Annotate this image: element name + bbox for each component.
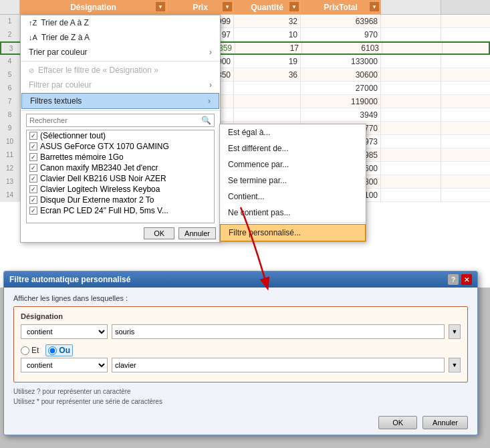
condition1-value-input[interactable] (112, 324, 445, 339)
submenu-filtre-perso-label: Filtre personnalisé... (229, 228, 301, 237)
col-e-filter-icon[interactable]: ▼ (223, 2, 232, 11)
radio-et-label[interactable]: Et (21, 346, 39, 355)
select-all-checkbox[interactable] (29, 132, 37, 140)
submenu-se-termine-par[interactable]: Se termine par... (220, 173, 366, 189)
filter-search-box[interactable]: 🔍 (26, 114, 215, 127)
row-num: 6 (0, 82, 20, 94)
col-e-header[interactable]: Prix ▼ (167, 0, 234, 14)
dialog-cancel-button[interactable]: Annuler (422, 416, 468, 429)
col-g-filter-icon[interactable]: ▼ (370, 2, 379, 11)
condition2-value-input[interactable] (112, 358, 445, 372)
submenu-contient[interactable]: Contient... (220, 189, 366, 205)
radio-ou-input[interactable] (48, 346, 57, 355)
col-f-filter-icon[interactable]: ▼ (289, 2, 299, 11)
text-filters-item[interactable]: Filtres textuels › (21, 93, 219, 109)
text-filters-arrow: › (208, 96, 211, 106)
submenu-contient-label: Contient... (228, 192, 265, 201)
row-num: 9 (0, 122, 20, 134)
submenu-filtre-perso[interactable]: Filtre personnalisé... (220, 224, 366, 241)
dialog-close-button[interactable]: ✕ (461, 274, 472, 285)
cell-h (381, 28, 441, 41)
filter-item-4[interactable]: Clavier Dell KB216 USB Noir AZER (27, 173, 214, 184)
cell-h (381, 15, 441, 27)
filter-item-5-checkbox[interactable] (29, 185, 37, 193)
cell-h (381, 95, 441, 108)
cell-g: 63968 (301, 15, 381, 27)
filter-item-5[interactable]: Clavier Logitech Wireless Keyboa (27, 184, 214, 195)
col-d-header[interactable]: Désignation ▼ (20, 0, 167, 14)
filter-item-3-checkbox[interactable] (29, 164, 37, 172)
sort-color-arrow: › (209, 47, 212, 57)
filter-item-7[interactable]: Ecran PC LED 24" Full HD, 5ms V... (27, 205, 214, 216)
condition1-value-dropdown[interactable]: ▼ (449, 324, 461, 339)
filter-item-7-checkbox[interactable] (29, 207, 37, 215)
filter-color-arrow: › (209, 80, 212, 90)
submenu-est-egal[interactable]: Est égal à... (220, 124, 366, 140)
filter-item-4-checkbox[interactable] (29, 175, 37, 183)
filter-item-4-label: Clavier Dell KB216 USB Noir AZER (40, 174, 166, 183)
filter-item-7-label: Ecran PC LED 24" Full HD, 5ms V... (40, 206, 168, 215)
sort-color-item[interactable]: Trier par couleur › (21, 45, 220, 60)
filter-item-2-checkbox[interactable] (29, 153, 37, 161)
sort-za-icon: ↓A (29, 33, 37, 41)
sort-az-label: Trier de A à Z (41, 18, 89, 27)
condition2-value-dropdown[interactable]: ▼ (449, 358, 461, 372)
condition2-operator-select[interactable]: contient (21, 358, 108, 372)
submenu-est-egal-label: Est égal à... (228, 128, 270, 137)
radio-et-input[interactable] (21, 346, 29, 355)
submenu-ne-contient-pas[interactable]: Ne contient pas... (220, 205, 366, 221)
filter-search-input[interactable] (27, 115, 199, 126)
row-num: 12 (0, 162, 20, 175)
col-h-header (381, 0, 441, 14)
cell-g: 119000 (301, 95, 381, 108)
dropdown-ok-button[interactable]: OK (144, 227, 174, 239)
filter-item-6[interactable]: Disque Dur Externe maxtor 2 To (27, 195, 214, 205)
radio-et-text: Et (31, 346, 39, 355)
row-num: 4 (0, 55, 20, 68)
condition1-operator-select[interactable]: contient (21, 324, 108, 339)
column-filter-dropdown[interactable]: ↑Z Trier de A à Z ↓A Trier de Z à A Trie… (20, 15, 221, 243)
row-num-header (0, 0, 20, 14)
cell-f: 10 (234, 28, 301, 41)
cell-f: 19 (234, 55, 301, 68)
row-num: 11 (0, 148, 20, 161)
dropdown-footer: OK Annuler (21, 225, 220, 242)
filter-item-6-checkbox[interactable] (29, 196, 37, 204)
row-num: 2 (0, 28, 20, 41)
dialog-help-button[interactable]: ? (448, 274, 459, 285)
filter-item-1[interactable]: ASUS GeForce GTX 1070 GAMING (27, 141, 214, 152)
row-num: 7 (0, 95, 20, 108)
col-g-label: PrixTotal (324, 3, 357, 12)
col-g-header[interactable]: PrixTotal ▼ (301, 0, 381, 14)
cell-g: 133000 (301, 55, 381, 68)
sort-az-item[interactable]: ↑Z Trier de A à Z (21, 15, 220, 30)
col-d-filter-icon[interactable]: ▼ (156, 2, 165, 11)
menu-sep-2 (21, 110, 220, 111)
dialog-hint1: Utilisez ? pour représenter un caractère (13, 388, 468, 395)
filter-item-1-label: ASUS GeForce GTX 1070 GAMING (40, 142, 169, 151)
col-f-header[interactable]: Quantité ▼ (234, 0, 301, 14)
text-filters-submenu[interactable]: Est égal à... Est différent de... Commen… (219, 124, 366, 242)
sort-za-item[interactable]: ↓A Trier de Z à A (21, 30, 220, 45)
submenu-commence-par[interactable]: Commence par... (220, 156, 366, 173)
cell-h (381, 122, 441, 134)
row-num: 8 (0, 108, 20, 121)
sort-az-icon: ↑Z (29, 19, 37, 27)
submenu-ne-contient-pas-label: Ne contient pas... (228, 208, 290, 217)
dialog-field-title: Désignation (21, 312, 461, 320)
filter-item-1-checkbox[interactable] (29, 142, 37, 150)
filter-item-2[interactable]: Barrettes mémoire 1Go (27, 152, 214, 162)
dialog-ok-button[interactable]: OK (378, 416, 417, 429)
cell-h (382, 43, 443, 53)
row-num: 3 (1, 43, 21, 53)
submenu-se-termine-par-label: Se termine par... (228, 176, 287, 185)
submenu-est-different-label: Est différent de... (228, 144, 289, 153)
row-num: 10 (0, 135, 20, 148)
filter-item-3[interactable]: Canon maxify MB2340 Jet d'encr (27, 162, 214, 173)
radio-ou-label[interactable]: Ou (45, 344, 73, 356)
dropdown-cancel-button[interactable]: Annuler (178, 227, 216, 239)
filter-select-all[interactable]: (Sélectionner tout) (27, 130, 214, 141)
submenu-est-different[interactable]: Est différent de... (220, 140, 366, 156)
filter-list[interactable]: (Sélectionner tout) ASUS GeForce GTX 107… (26, 130, 215, 223)
radio-ou-text: Ou (59, 346, 70, 355)
